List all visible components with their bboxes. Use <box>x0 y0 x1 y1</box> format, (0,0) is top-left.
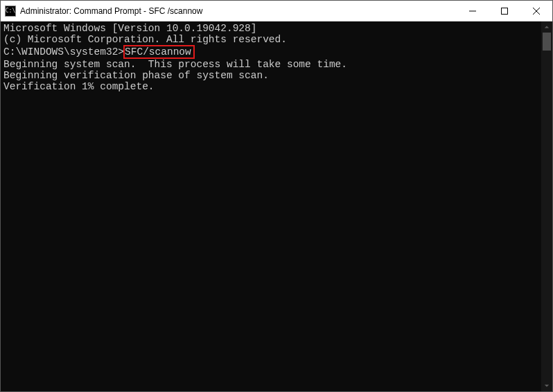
output-line: (c) Microsoft Corporation. All rights re… <box>3 34 538 45</box>
maximize-button[interactable] <box>489 1 520 21</box>
cmd-icon: C:\ <box>5 6 16 17</box>
close-button[interactable] <box>520 1 552 21</box>
output-line: Beginning system scan. This process will… <box>3 59 538 70</box>
window-title: Administrator: Command Prompt - SFC /sca… <box>20 6 457 16</box>
output-line: Verification 1% complete. <box>3 81 538 92</box>
output-line: Beginning verification phase of system s… <box>3 70 538 81</box>
minimize-icon <box>469 8 476 15</box>
svg-rect-0 <box>502 8 508 14</box>
scrollbar[interactable] <box>541 21 552 391</box>
scrollbar-down-button[interactable] <box>541 380 552 391</box>
chevron-down-icon <box>544 383 550 389</box>
command-highlight: SFC/scannow <box>123 45 195 59</box>
close-icon <box>533 8 540 15</box>
titlebar[interactable]: C:\ Administrator: Command Prompt - SFC … <box>1 1 552 21</box>
maximize-icon <box>501 8 508 15</box>
command-prompt-window: C:\ Administrator: Command Prompt - SFC … <box>0 0 553 392</box>
chevron-up-icon <box>544 24 550 30</box>
terminal-container: Microsoft Windows [Version 10.0.19042.92… <box>1 21 552 391</box>
prompt-line: C:\WINDOWS\system32>SFC/scannow <box>3 45 538 59</box>
window-controls <box>457 1 552 21</box>
minimize-button[interactable] <box>457 1 489 21</box>
scrollbar-up-button[interactable] <box>541 21 552 33</box>
output-line: Microsoft Windows [Version 10.0.19042.92… <box>3 23 538 34</box>
prompt-path: C:\WINDOWS\system32> <box>3 46 124 57</box>
scrollbar-thumb[interactable] <box>543 33 551 51</box>
terminal-output[interactable]: Microsoft Windows [Version 10.0.19042.92… <box>1 21 541 391</box>
command-text: SFC/scannow <box>125 46 191 57</box>
